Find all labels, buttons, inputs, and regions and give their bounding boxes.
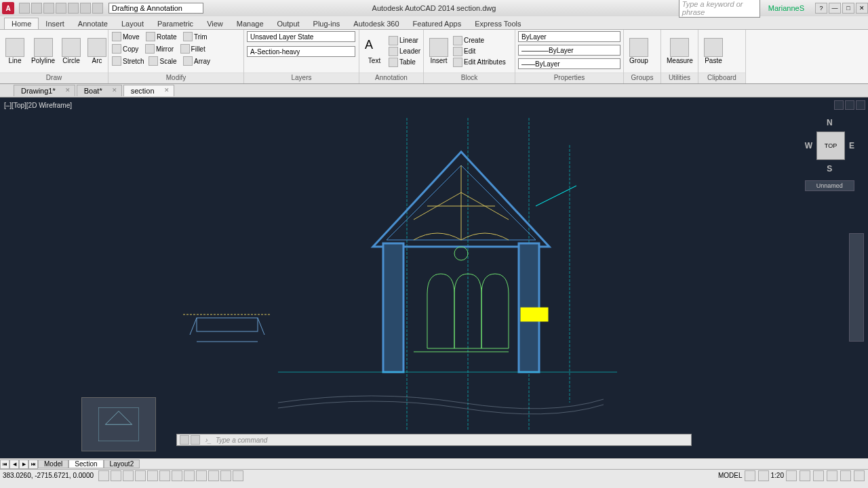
measure-button[interactable]: Measure — [664, 37, 696, 66]
trim-button[interactable]: Trim — [194, 33, 208, 41]
status-btn[interactable] — [758, 470, 769, 481]
status-btn[interactable] — [827, 470, 837, 481]
viewcube-top-face[interactable]: TOP — [816, 131, 845, 160]
circle-button[interactable]: Circle — [59, 37, 83, 66]
qat-saveas-icon[interactable] — [56, 3, 66, 14]
linetype-select[interactable]: ———— ByLayer — [518, 45, 620, 56]
close-icon[interactable]: ✕ — [112, 87, 117, 94]
tab-a360[interactable]: Autodesk 360 — [347, 18, 406, 29]
workspace-select[interactable]: Drafting & Annotation — [108, 3, 203, 14]
tab-featured[interactable]: Featured Apps — [406, 18, 469, 29]
qat-open-icon[interactable] — [31, 3, 42, 14]
panel-block-title[interactable]: Block — [424, 73, 515, 83]
tab-annotate[interactable]: Annotate — [71, 18, 115, 29]
scale-button[interactable]: Scale — [159, 58, 176, 65]
lwt-toggle[interactable] — [196, 470, 207, 481]
otrack-toggle[interactable] — [159, 470, 170, 481]
qat-new-icon[interactable] — [19, 3, 30, 14]
panel-properties-title[interactable]: Properties — [515, 73, 623, 83]
help-icon[interactable]: ? — [815, 3, 827, 14]
filetab-section[interactable]: section✕ — [123, 85, 174, 96]
panel-draw-title[interactable]: Draw — [0, 73, 108, 83]
panel-annotation-title[interactable]: Annotation — [359, 73, 423, 83]
layouttab-section[interactable]: Section — [68, 460, 103, 468]
status-btn[interactable] — [813, 470, 824, 481]
status-btn[interactable] — [786, 470, 797, 481]
polyline-button[interactable]: Polyline — [28, 37, 58, 66]
tab-home[interactable]: Home — [4, 18, 39, 29]
layer-state-select[interactable]: Unsaved Layer State — [247, 31, 355, 42]
snap-toggle[interactable] — [98, 470, 109, 481]
panel-clipboard-title[interactable]: Clipboard — [698, 73, 745, 83]
maximize-icon[interactable]: □ — [842, 3, 854, 14]
text-button[interactable]: AText — [362, 37, 387, 66]
close-icon[interactable]: ✕ — [856, 3, 868, 14]
ducs-toggle[interactable] — [172, 470, 182, 481]
command-line[interactable]: ›_ Type a command — [176, 434, 692, 446]
dyn-toggle[interactable] — [184, 470, 195, 481]
panel-utilities-title[interactable]: Utilities — [661, 73, 698, 83]
user-label[interactable]: MarianneS — [764, 3, 808, 13]
layout-nav-prev[interactable]: ◀ — [9, 460, 19, 469]
filetab-drawing1[interactable]: Drawing1*✕ — [14, 85, 75, 96]
qat-undo-icon[interactable] — [80, 3, 91, 14]
cmd-opts-icon[interactable] — [191, 435, 200, 445]
table-button[interactable]: Table — [399, 58, 416, 66]
lineweight-select[interactable]: —— ByLayer — [518, 58, 620, 69]
viewcube-e[interactable]: E — [849, 141, 854, 150]
layer-current-select[interactable]: A-Section-heavy — [247, 46, 355, 57]
viewcube-n[interactable]: N — [805, 118, 854, 127]
vp-close-icon[interactable] — [856, 100, 865, 110]
fillet-button[interactable]: Fillet — [191, 45, 205, 53]
create-block-button[interactable]: Create — [464, 37, 484, 44]
layout-nav-last[interactable]: ⏭ — [28, 460, 38, 469]
line-button[interactable]: Line — [3, 37, 27, 66]
status-btn[interactable] — [840, 470, 851, 481]
viewcube-w[interactable]: W — [805, 141, 812, 150]
move-button[interactable]: Move — [123, 33, 139, 41]
group-button[interactable]: Group — [627, 37, 651, 66]
status-btn[interactable] — [745, 470, 755, 481]
leader-button[interactable]: Leader — [399, 47, 420, 55]
anno-scale[interactable]: 1:20 — [771, 472, 784, 479]
tab-layout[interactable]: Layout — [115, 18, 151, 29]
ucs-label[interactable]: Unnamed — [805, 180, 854, 191]
layouttab-layout2[interactable]: Layout2 — [104, 460, 140, 468]
viewcube[interactable]: N W TOP E S Unnamed — [805, 118, 854, 191]
layouttab-model[interactable]: Model — [38, 460, 68, 468]
layout-nav-first[interactable]: ⏮ — [0, 460, 9, 469]
nav-bar[interactable] — [849, 233, 864, 342]
ortho-toggle[interactable] — [123, 470, 134, 481]
vp-min-icon[interactable] — [834, 100, 844, 110]
minimize-icon[interactable]: — — [829, 3, 841, 14]
insert-button[interactable]: Insert — [427, 37, 451, 66]
status-btn[interactable] — [854, 470, 865, 481]
qat-plot-icon[interactable] — [68, 3, 79, 14]
array-button[interactable]: Array — [194, 58, 210, 65]
close-icon[interactable]: ✕ — [164, 87, 170, 94]
mirror-button[interactable]: Mirror — [156, 45, 174, 53]
panel-groups-title[interactable]: Groups — [624, 73, 660, 83]
osnap-toggle[interactable] — [147, 470, 158, 481]
drawing-canvas[interactable]: [–][Top][2D Wireframe] N W TOP E S Unnam… — [0, 98, 868, 458]
tab-plugins[interactable]: Plug-ins — [307, 18, 347, 29]
qat-save-icon[interactable] — [43, 3, 54, 14]
arc-button[interactable]: Arc — [85, 37, 109, 66]
search-input[interactable]: Type a keyword or phrase — [679, 0, 760, 18]
linear-button[interactable]: Linear — [399, 37, 418, 44]
status-btn[interactable] — [800, 470, 810, 481]
rotate-button[interactable]: Rotate — [157, 33, 176, 41]
cmd-close-icon[interactable] — [180, 435, 189, 445]
paste-button[interactable]: Paste — [701, 37, 726, 66]
tpy-toggle[interactable] — [208, 470, 219, 481]
viewcube-s[interactable]: S — [805, 164, 854, 174]
tab-insert[interactable]: Insert — [39, 18, 71, 29]
qat-redo-icon[interactable] — [92, 3, 103, 14]
close-icon[interactable]: ✕ — [65, 87, 71, 94]
tab-manage[interactable]: Manage — [230, 18, 271, 29]
sc-toggle[interactable] — [233, 470, 243, 481]
viewport-label[interactable]: [–][Top][2D Wireframe] — [4, 102, 72, 109]
edit-block-button[interactable]: Edit — [464, 47, 475, 55]
filetab-boat[interactable]: Boat*✕ — [77, 85, 122, 96]
tab-output[interactable]: Output — [271, 18, 307, 29]
